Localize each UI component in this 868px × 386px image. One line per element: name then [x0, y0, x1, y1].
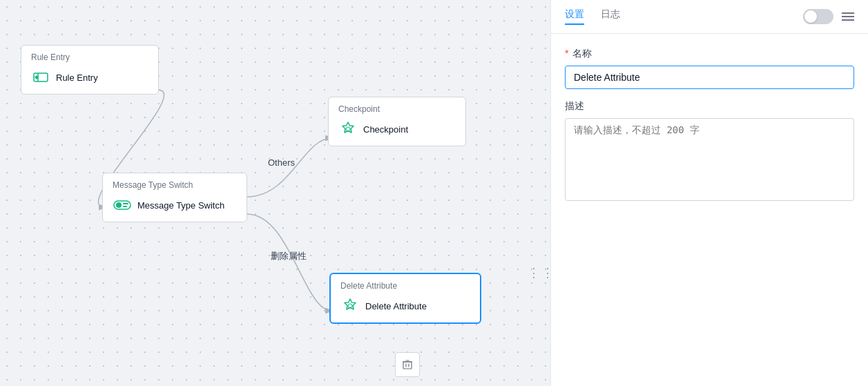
name-input[interactable]	[565, 66, 854, 89]
node-mts-title: Message Type Switch	[113, 180, 237, 190]
node-da-title: Delete Attribute	[340, 281, 470, 291]
node-mts-label: Message Type Switch	[137, 200, 224, 211]
delete-node-button[interactable]	[395, 352, 420, 377]
edge-label-delete-attr: 删除属性	[271, 250, 307, 262]
svg-rect-8	[403, 362, 412, 369]
node-checkpoint-label: Checkpoint	[363, 124, 408, 135]
drag-handle[interactable]: ⋮⋮	[528, 269, 550, 277]
node-da-label: Delete Attribute	[365, 301, 427, 311]
message-type-switch-icon	[113, 195, 132, 215]
svg-rect-5	[123, 203, 128, 204]
node-rule-entry-title: Rule Entry	[31, 52, 148, 62]
desc-field-label: 描述	[565, 100, 854, 113]
menu-icon[interactable]	[842, 12, 854, 21]
rule-entry-icon	[31, 68, 50, 87]
panel-body: * 名称 描述	[551, 34, 868, 386]
name-field-label: * 名称	[565, 48, 854, 60]
tab-settings[interactable]: 设置	[565, 8, 584, 25]
node-message-type-switch[interactable]: Message Type Switch Message Type Switch	[102, 173, 247, 222]
node-delete-attribute[interactable]: Delete Attribute Delete Attribute	[329, 273, 481, 324]
edge-label-others: Others	[268, 157, 295, 168]
settings-panel: 设置 日志 * 名称 描述	[550, 0, 868, 386]
desc-textarea[interactable]	[565, 118, 854, 201]
flow-canvas[interactable]: Rule Entry Rule Entry Checkpoint Checkpo	[0, 0, 550, 386]
panel-header-actions	[803, 9, 854, 24]
svg-point-4	[116, 202, 122, 208]
tab-log[interactable]: 日志	[601, 8, 620, 25]
checkpoint-icon	[338, 119, 358, 139]
svg-rect-6	[123, 206, 127, 207]
panel-header: 设置 日志	[551, 0, 868, 34]
delete-attribute-icon	[340, 296, 360, 316]
node-rule-entry[interactable]: Rule Entry Rule Entry	[21, 45, 159, 95]
node-checkpoint[interactable]: Checkpoint Checkpoint	[328, 97, 466, 146]
required-mark: *	[565, 48, 568, 59]
toggle-switch[interactable]	[803, 9, 833, 24]
node-rule-entry-label: Rule Entry	[56, 73, 98, 83]
node-checkpoint-title: Checkpoint	[338, 104, 456, 114]
